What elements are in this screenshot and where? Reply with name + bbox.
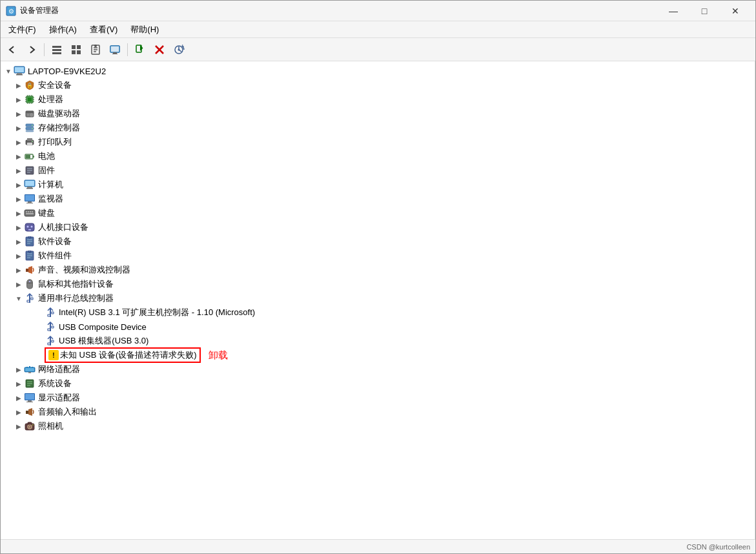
software-comp-expand-icon[interactable]: ▶ xyxy=(14,251,24,261)
tree-item-mouse[interactable]: ▶ 鼠标和其他指针设备 xyxy=(1,277,755,291)
tree-item-computer[interactable]: ▶ 计算机 xyxy=(1,178,755,192)
audio-expand-icon[interactable]: ▶ xyxy=(14,407,24,417)
maximize-button[interactable]: □ xyxy=(690,2,719,20)
device-tree[interactable]: ▼ LAPTOP-E9VKE2U2 ▶ 🔒 xyxy=(1,61,755,539)
close-button[interactable]: ✕ xyxy=(720,2,750,20)
tree-item-battery[interactable]: ▶ 电池 xyxy=(1,149,755,163)
tree-item-software-comp[interactable]: ▶ 软件组件 xyxy=(1,249,755,263)
tree-item-network[interactable]: ▶ 网络适配器 xyxy=(1,362,755,376)
computer-expand-icon[interactable]: ▶ xyxy=(14,180,24,190)
svg-rect-66 xyxy=(27,187,32,188)
software-dev-label: 软件设备 xyxy=(38,236,72,247)
tree-item-camera[interactable]: ▶ 照相机 xyxy=(1,419,755,433)
processor-icon xyxy=(24,94,36,105)
tree-item-processor[interactable]: ▶ xyxy=(1,92,755,107)
svg-point-82 xyxy=(27,226,29,228)
hid-expand-icon[interactable]: ▶ xyxy=(14,222,24,232)
software-dev-expand-icon[interactable]: ▶ xyxy=(14,236,24,247)
svg-point-56 xyxy=(32,141,33,142)
properties-button[interactable] xyxy=(87,41,105,59)
security-expand-icon[interactable]: ▶ xyxy=(14,80,24,90)
firmware-expand-icon[interactable]: ▶ xyxy=(14,165,24,176)
view-small-button[interactable] xyxy=(67,41,85,59)
tree-root[interactable]: ▼ LAPTOP-E9VKE2U2 xyxy=(1,64,755,78)
sound-label: 声音、视频和游戏控制器 xyxy=(38,264,130,276)
tree-item-hid[interactable]: ▶ 人机接口设备 xyxy=(1,220,755,234)
tree-item-disk[interactable]: ▶ 磁盘驱动器 xyxy=(1,107,755,121)
menu-file[interactable]: 文件(F) xyxy=(3,23,41,37)
status-bar: CSDN @kurtcolleen xyxy=(1,539,755,553)
svg-rect-53 xyxy=(27,138,32,141)
svg-rect-59 xyxy=(33,156,34,158)
status-text: CSDN @kurtcolleen xyxy=(686,543,750,551)
security-icon: 🔒 xyxy=(24,79,36,91)
svg-rect-103 xyxy=(52,312,54,314)
tree-item-usb-composite[interactable]: USB Composite Device xyxy=(1,320,755,334)
tree-item-security[interactable]: ▶ 🔒 安全设备 xyxy=(1,78,755,92)
tree-item-software-dev[interactable]: ▶ 软件设备 xyxy=(1,234,755,249)
svg-rect-111 xyxy=(26,367,28,368)
svg-point-45 xyxy=(31,114,32,116)
processor-expand-icon[interactable]: ▶ xyxy=(14,94,24,105)
storage-label: 存储控制器 xyxy=(38,122,80,134)
camera-expand-icon[interactable]: ▶ xyxy=(14,421,24,431)
battery-expand-icon[interactable]: ▶ xyxy=(14,151,24,161)
usb-ctrl-expand-icon[interactable]: ▼ xyxy=(14,293,24,303)
storage-expand-icon[interactable]: ▶ xyxy=(14,123,24,133)
camera-label: 照相机 xyxy=(38,420,63,432)
menu-help[interactable]: 帮助(H) xyxy=(125,23,164,37)
tree-item-usb-ctrl[interactable]: ▼ 通用串行总线控制器 xyxy=(1,291,755,305)
disk-expand-icon[interactable]: ▶ xyxy=(14,108,24,119)
uninstall-button[interactable] xyxy=(150,41,169,59)
network-expand-icon[interactable]: ▶ xyxy=(14,364,24,374)
tree-item-intel-usb[interactable]: Intel(R) USB 3.1 可扩展主机控制器 - 1.10 (Micros… xyxy=(1,305,755,320)
menu-view[interactable]: 查看(V) xyxy=(85,23,123,37)
keyboard-expand-icon[interactable]: ▶ xyxy=(14,208,24,218)
svg-rect-70 xyxy=(28,201,32,203)
usb-ctrl-icon xyxy=(24,292,36,304)
tree-item-usb-hub[interactable]: USB 根集线器(USB 3.0) xyxy=(1,334,755,348)
tree-item-monitor[interactable]: ▶ 监视器 xyxy=(1,192,755,206)
svg-text:⚙: ⚙ xyxy=(8,8,14,15)
scan-hardware-button[interactable] xyxy=(170,41,188,59)
root-expand-icon[interactable]: ▼ xyxy=(3,66,14,76)
menu-action[interactable]: 操作(A) xyxy=(44,23,82,37)
minimize-button[interactable]: — xyxy=(659,2,688,20)
firmware-label: 固件 xyxy=(38,165,55,176)
svg-rect-113 xyxy=(32,367,33,368)
display-expand-icon[interactable]: ▶ xyxy=(14,393,24,403)
intel-usb-expand-spacer xyxy=(34,307,45,318)
monitor-expand-icon[interactable]: ▶ xyxy=(14,194,24,204)
update-driver-button[interactable] xyxy=(131,41,149,59)
svg-rect-6 xyxy=(77,45,81,49)
monitor-button[interactable] xyxy=(106,41,124,59)
keyboard-label: 键盘 xyxy=(38,207,55,219)
printer-expand-icon[interactable]: ▶ xyxy=(14,137,24,147)
window-icon: ⚙ xyxy=(6,6,16,16)
tree-item-firmware[interactable]: ▶ 固件 xyxy=(1,163,755,178)
display-label: 显示适配器 xyxy=(38,392,80,404)
svg-rect-58 xyxy=(26,155,30,158)
system-expand-icon[interactable]: ▶ xyxy=(14,378,24,389)
svg-rect-74 xyxy=(28,211,29,212)
svg-rect-71 xyxy=(26,203,33,203)
tree-item-keyboard[interactable]: ▶ 键盘 xyxy=(1,206,755,220)
usb-hub-icon xyxy=(45,335,56,347)
mouse-expand-icon[interactable]: ▶ xyxy=(14,279,24,289)
keyboard-icon xyxy=(24,207,36,219)
tree-item-storage[interactable]: ▶ 存储控制器 xyxy=(1,121,755,135)
tree-item-sound[interactable]: ▶ 声音、视频和游戏控制器 xyxy=(1,263,755,277)
tree-item-usb-unknown[interactable]: ! 未知 USB 设备(设备描述符请求失败) 卸载 xyxy=(1,348,755,362)
tree-item-audio[interactable]: ▶ 音频输入和输出 xyxy=(1,405,755,419)
svg-rect-76 xyxy=(32,211,33,212)
tree-item-system[interactable]: ▶ 系统设备 xyxy=(1,376,755,391)
back-button[interactable] xyxy=(3,41,21,59)
svg-text:🔒: 🔒 xyxy=(26,82,33,88)
tree-item-display[interactable]: ▶ 显示适配器 xyxy=(1,391,755,405)
forward-button[interactable] xyxy=(23,41,41,59)
sound-expand-icon[interactable]: ▶ xyxy=(14,265,24,275)
device-manager-window: ⚙ 设备管理器 — □ ✕ 文件(F) 操作(A) 查看(V) 帮助(H) xyxy=(0,0,756,554)
tree-item-printer[interactable]: ▶ 打印队列 xyxy=(1,135,755,149)
view-list-button[interactable] xyxy=(48,41,66,59)
svg-rect-110 xyxy=(28,372,31,373)
